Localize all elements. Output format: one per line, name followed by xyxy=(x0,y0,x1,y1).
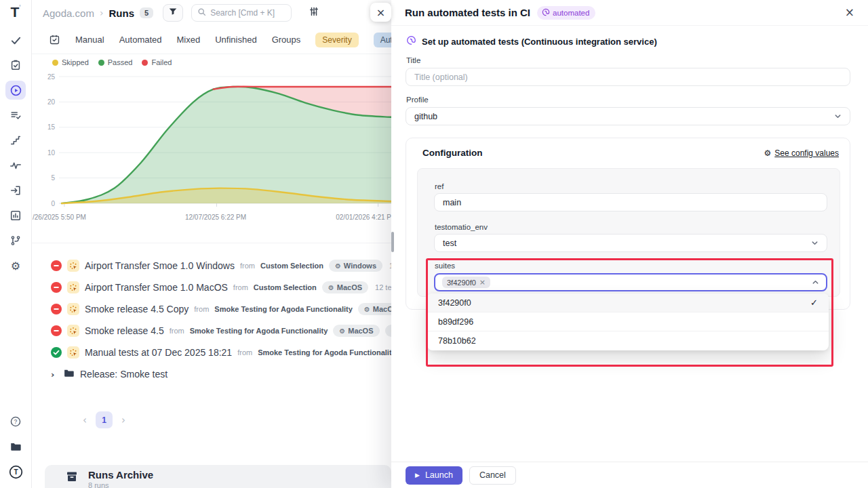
sidebar-item-checklists[interactable] xyxy=(5,106,26,125)
svg-text:10: 10 xyxy=(47,149,56,157)
profile-select[interactable]: github xyxy=(406,107,850,125)
gear-icon: ⚙ xyxy=(764,148,772,158)
clipboard-check-icon xyxy=(9,59,22,71)
sidebar-item-tests[interactable] xyxy=(5,30,26,49)
sidebar-item-projects[interactable] xyxy=(5,437,26,456)
page-1-button[interactable]: 1 xyxy=(96,411,113,428)
archive-count: 8 runs xyxy=(88,481,153,488)
run-source: Smoke Testing for Agoda Functionality xyxy=(190,327,328,335)
run-title[interactable]: Airport Transfer Smoe 1.0 MacOS xyxy=(85,282,228,293)
import-icon xyxy=(9,184,22,197)
archive-box-icon xyxy=(65,470,79,486)
sidebar-item-steps[interactable] xyxy=(5,131,26,150)
skipped-dot-icon xyxy=(52,60,58,66)
folder-title[interactable]: Release: Smoke test xyxy=(80,369,167,380)
bar-chart-icon xyxy=(9,209,22,222)
suites-option[interactable]: b89df296 xyxy=(427,312,829,331)
drawer-footer: ▶ Launch Cancel xyxy=(391,462,868,488)
run-row[interactable]: Airport Transfer Smoe 1.0 Windows from C… xyxy=(32,255,391,277)
title-input[interactable] xyxy=(414,73,842,82)
cancel-button[interactable]: Cancel xyxy=(469,466,516,485)
breadcrumb-separator-icon: › xyxy=(100,7,104,18)
title-field[interactable] xyxy=(406,68,850,86)
chevron-right-icon[interactable]: › xyxy=(51,369,58,380)
breadcrumb-project[interactable]: Agoda.com xyxy=(43,7,94,19)
release-folder-row[interactable]: › Release: Smoke test xyxy=(32,363,391,385)
drawer-close-button[interactable]: × xyxy=(845,7,854,18)
chevron-up-icon xyxy=(812,277,819,289)
env-badge: ⚙MacOS xyxy=(333,325,379,337)
chip-remove-icon[interactable]: × xyxy=(479,278,486,287)
config-fields-card: ref main testomatio_env test suites 3f42… xyxy=(417,168,840,297)
sidebar-item-runs[interactable] xyxy=(5,81,26,100)
sidebar-item-plans[interactable] xyxy=(5,56,26,75)
tab-unfinished[interactable]: Unfinished xyxy=(215,35,256,45)
from-label: from xyxy=(240,262,255,270)
chart-x-axis: /26/2025 5:50 PM 12/07/2025 6:22 PM 02/0… xyxy=(32,214,391,223)
severity-filter-pill[interactable]: Severity xyxy=(315,33,358,47)
gear-icon: ⚙ xyxy=(364,306,370,313)
prev-page-button[interactable]: ‹ xyxy=(83,414,87,426)
sidebar-item-pull-requests[interactable] xyxy=(5,231,26,250)
search-box[interactable] xyxy=(191,4,292,22)
select-runs-icon[interactable] xyxy=(49,34,60,45)
automatable-filter-pill[interactable]: Automatable xyxy=(374,33,391,47)
x-tick-left: /26/2025 5:50 PM xyxy=(33,214,86,221)
sidebar-item-analytics[interactable] xyxy=(5,156,26,175)
configuration-title: Configuration xyxy=(422,148,482,158)
automated-run-icon xyxy=(67,303,79,315)
profile-logo-icon[interactable]: T xyxy=(5,462,26,481)
funnel-icon xyxy=(168,7,178,19)
next-page-button[interactable]: › xyxy=(121,414,125,426)
run-source: Custom Selection xyxy=(254,283,317,291)
run-source: Custom Selection xyxy=(260,262,323,270)
suites-option[interactable]: 78b10b62 xyxy=(427,331,829,350)
tab-mixed[interactable]: Mixed xyxy=(177,35,201,45)
app-logo[interactable]: T' xyxy=(10,4,20,24)
env-select[interactable]: test xyxy=(434,234,827,252)
run-row[interactable]: Airport Transfer Smoe 1.0 MacOS from Cus… xyxy=(32,277,391,298)
sidebar-item-settings[interactable]: ⚙ xyxy=(5,256,26,275)
drawer-edge-close-button[interactable]: × xyxy=(370,3,391,22)
runs-count-badge: 5 xyxy=(140,7,153,18)
tab-automated[interactable]: Automated xyxy=(119,35,162,45)
scrollbar-thumb[interactable] xyxy=(391,232,394,252)
sidebar-item-import[interactable] xyxy=(5,181,26,200)
run-title[interactable]: Smoke release 4.5 Copy xyxy=(85,304,189,314)
run-row[interactable]: Smoke release 4.5 Copy from Smoke Testin… xyxy=(32,298,391,320)
svg-text:T: T xyxy=(14,468,18,476)
legend-failed: Failed xyxy=(142,58,172,66)
tab-groups[interactable]: Groups xyxy=(272,35,301,45)
svg-text:15: 15 xyxy=(47,123,56,131)
runs-archive-bar[interactable]: Runs Archive 8 runs xyxy=(45,465,391,488)
filter-button[interactable] xyxy=(163,4,183,22)
legend-skipped: Skipped xyxy=(52,58,89,66)
run-row[interactable]: Smoke release 4.5 from Smoke Testing for… xyxy=(32,320,391,342)
suites-dropdown: 3f4290f0 ✓ b89df296 78b10b62 xyxy=(427,293,829,350)
swirl-icon xyxy=(542,8,550,18)
suites-multiselect[interactable]: 3f4290f0 × xyxy=(434,273,827,291)
automated-run-icon xyxy=(67,281,79,293)
run-source: Smoke Testing for Agoda Functionality xyxy=(258,348,391,357)
run-title[interactable]: Smoke release 4.5 xyxy=(85,325,164,336)
sidebar-item-help[interactable]: ? xyxy=(5,412,26,431)
passed-dot-icon xyxy=(98,60,104,66)
sidebar-item-reports[interactable] xyxy=(5,206,26,225)
ref-field[interactable]: main xyxy=(434,193,827,211)
stairs-icon xyxy=(9,134,22,146)
suites-option[interactable]: 3f4290f0 ✓ xyxy=(427,293,829,312)
folder-icon xyxy=(9,441,22,453)
run-title[interactable]: Airport Transfer Smoe 1.0 Windows xyxy=(85,260,235,271)
run-source: Smoke Testing for Agoda Functionality xyxy=(214,305,353,313)
tab-manual[interactable]: Manual xyxy=(75,35,104,45)
search-input[interactable] xyxy=(210,8,285,18)
play-circle-icon xyxy=(9,84,22,97)
launch-button[interactable]: ▶ Launch xyxy=(406,466,462,485)
run-title[interactable]: Manual tests at 07 Dec 2025 18:21 xyxy=(85,347,232,358)
archive-title: Runs Archive xyxy=(88,470,153,481)
see-config-values-link[interactable]: ⚙ See config values xyxy=(764,148,840,158)
x-tick-mid: 12/07/2025 6:22 PM xyxy=(185,214,246,221)
swirl-icon xyxy=(406,35,416,48)
run-row[interactable]: Manual tests at 07 Dec 2025 18:21 from S… xyxy=(32,342,391,363)
view-settings-button[interactable] xyxy=(305,4,323,22)
